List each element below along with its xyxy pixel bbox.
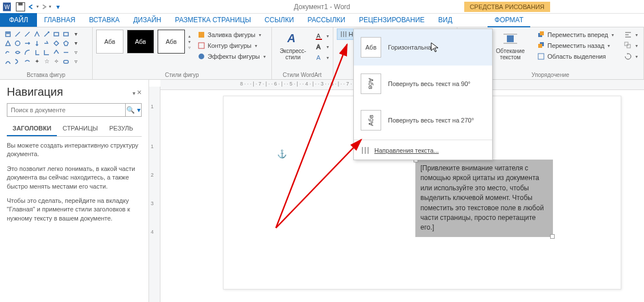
svg-marker-10 (54, 41, 59, 46)
shape-style-2[interactable]: Абв (127, 30, 154, 54)
nav-tab-pages[interactable]: СТРАНИЦЫ (57, 121, 104, 136)
dd-rotate-90[interactable]: АбвПовернуть весь текст на 90° (354, 66, 492, 102)
svg-text:A: A (316, 32, 321, 39)
svg-text:A: A (287, 32, 295, 44)
text-fill-button[interactable]: A (313, 31, 331, 41)
document-title: Документ1 - Word (294, 3, 350, 11)
undo-icon[interactable] (27, 1, 39, 13)
search-input[interactable] (7, 104, 125, 116)
svg-line-5 (15, 32, 20, 36)
svg-rect-18 (316, 39, 322, 40)
qat-customize-icon[interactable]: ▾ (52, 1, 64, 13)
dd-horizontal[interactable]: АбвГоризонтальная (354, 29, 492, 66)
svg-rect-3 (18, 2, 23, 5)
svg-marker-11 (64, 41, 68, 46)
group-styles-label: Стили фигур (96, 71, 268, 78)
svg-rect-13 (199, 32, 204, 38)
shape-fill-button[interactable]: Заливка фигуры (195, 30, 268, 40)
shape-style-3[interactable]: Абв (158, 30, 185, 54)
svg-point-9 (15, 41, 20, 46)
ribbon-tabs: ФАЙЛ ГЛАВНАЯ ВСТАВКА ДИЗАЙН РАЗМЕТКА СТР… (0, 14, 644, 27)
group-button[interactable] (622, 40, 640, 51)
save-icon[interactable] (15, 1, 26, 13)
selection-pane-button[interactable]: Область выделения (535, 51, 616, 62)
tab-format[interactable]: ФОРМАТ (488, 13, 530, 27)
shape-style-1[interactable]: Абв (96, 30, 123, 54)
tab-review[interactable]: РЕЦЕНЗИРОВАНИЕ (352, 13, 431, 27)
tab-file[interactable]: ФАЙЛ (0, 13, 37, 27)
search-icon[interactable]: 🔍 ▾ (125, 104, 141, 116)
align-button[interactable] (622, 30, 640, 40)
nav-tab-headings[interactable]: ЗАГОЛОВКИ (7, 121, 57, 136)
svg-rect-30 (538, 54, 544, 59)
svg-text:A: A (316, 43, 321, 50)
tab-design[interactable]: ДИЗАЙН (126, 13, 168, 27)
tab-layout[interactable]: РАЗМЕТКА СТРАНИЦЫ (168, 13, 258, 27)
nav-tab-results[interactable]: РЕЗУЛЬ (104, 121, 139, 136)
quick-styles-button[interactable]: AЭкспресс-стили (275, 30, 311, 63)
tab-home[interactable]: ГЛАВНАЯ (37, 13, 82, 27)
tab-mailings[interactable]: РАССЫЛКИ (301, 13, 352, 27)
group-shapes-label: Вставка фигур (3, 71, 89, 78)
svg-rect-29 (538, 44, 542, 48)
shapes-gallery[interactable]: ▾ ▾ ▿ ✦☆✧ ▿ (3, 30, 89, 66)
nav-close-icon[interactable]: × (137, 88, 142, 97)
text-direction-dropdown: АбвГоризонтальная АбвПовернуть весь текс… (353, 28, 493, 160)
svg-point-15 (199, 54, 204, 59)
send-backward-button[interactable]: Переместить назад (535, 40, 616, 51)
bring-forward-button[interactable]: Переместить вперед (535, 30, 616, 40)
tab-references[interactable]: ССЫЛКИ (258, 13, 300, 27)
redo-icon[interactable] (40, 1, 51, 13)
rotate-button[interactable] (622, 51, 640, 62)
group-wordart-label: Стили WordArt (275, 71, 329, 78)
navigation-pane: Навигация▾ × 🔍 ▾ ЗАГОЛОВКИ СТРАНИЦЫ РЕЗУ… (0, 80, 149, 302)
svg-rect-27 (540, 31, 544, 35)
text-outline-button[interactable]: A (313, 42, 331, 52)
nav-help-text: Вы можете создать интерактивную структур… (7, 141, 142, 228)
svg-rect-8 (64, 32, 68, 36)
svg-text:W: W (5, 3, 10, 10)
svg-rect-7 (54, 32, 59, 36)
svg-rect-35 (627, 44, 630, 48)
svg-rect-14 (199, 43, 204, 48)
wrap-text-button[interactable]: Обтекание текстом (492, 30, 529, 62)
svg-rect-23 (507, 35, 514, 42)
svg-line-6 (25, 32, 30, 36)
shape-effects-button[interactable]: Эффекты фигуры (195, 51, 268, 62)
nav-search[interactable]: 🔍 ▾ (7, 103, 142, 117)
cursor-icon (431, 42, 440, 54)
anchor-icon: ⚓ (277, 149, 287, 158)
nav-title: Навигация (7, 85, 63, 99)
svg-rect-12 (64, 60, 68, 63)
dd-rotate-270[interactable]: АбвПовернуть весь текст на 270° (354, 102, 492, 138)
tab-view[interactable]: ВИД (431, 13, 459, 27)
word-icon[interactable]: W (2, 1, 14, 13)
vertical-ruler: 1 1 2 3 4 (149, 87, 160, 302)
contextual-tab-label: СРЕДСТВА РИСОВАНИЯ (464, 2, 550, 12)
text-effects-button[interactable]: A (313, 52, 331, 63)
tab-insert[interactable]: ВСТАВКА (82, 13, 126, 27)
dd-more-options[interactable]: Направления текста... (354, 141, 492, 160)
shape-outline-button[interactable]: Контур фигуры (195, 40, 268, 51)
svg-rect-34 (625, 42, 628, 46)
text-box[interactable]: [Привлеките внимание читателя с помощью … (415, 160, 553, 237)
svg-text:A: A (316, 54, 321, 61)
